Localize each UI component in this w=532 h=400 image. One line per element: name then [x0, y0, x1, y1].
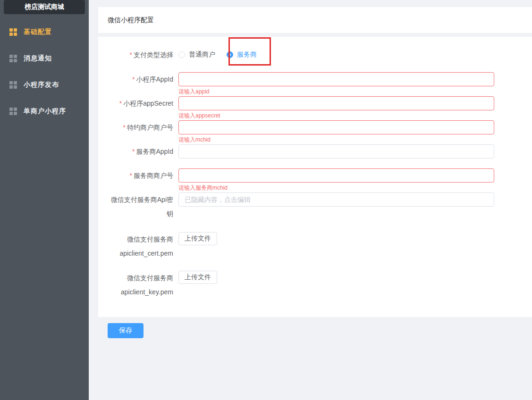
payment-type-radio-group: 普通商户 服务商 [178, 48, 257, 62]
save-button[interactable]: 保存 [108, 323, 144, 338]
required-asterisk: * [123, 124, 126, 131]
mchid-input[interactable] [178, 120, 494, 134]
api-key-input[interactable] [178, 192, 494, 207]
field-label: *支付类型选择 [98, 48, 173, 62]
sp-appid-row: *服务商AppId [98, 144, 523, 158]
appid-row: *小程序AppId 请输入appid [98, 72, 523, 86]
appsecret-input[interactable] [178, 96, 494, 110]
appsecret-row: *小程序appSecret 请输入appsecret [98, 96, 523, 110]
field-label: *服务商商户号 [98, 168, 173, 183]
upload-cert-button[interactable]: 上传文件 [178, 232, 217, 245]
radio-service-provider[interactable]: 服务商 [227, 50, 257, 59]
required-asterisk: * [130, 51, 132, 58]
shop-title: 榜店测试商城 [4, 0, 85, 14]
payment-type-row: *支付类型选择 普通商户 服务商 [98, 48, 523, 62]
sidebar-menu: 基础配置 消息通知 小程序发布 单商户小程序 [0, 19, 89, 125]
page-header: 微信小程序配置 [98, 7, 532, 33]
mchid-row: *特约商户商户号 请输入mchid [98, 120, 523, 134]
field-error: 请输入appsecret [178, 110, 220, 120]
field-label: *服务商AppId [98, 144, 173, 158]
field-error: 请输入服务商mchid [178, 183, 228, 192]
sidebar-item-miniapp-publish[interactable]: 小程序发布 [0, 72, 89, 98]
grid-icon [9, 28, 17, 36]
radio-unchecked-icon [178, 51, 185, 58]
required-asterisk: * [132, 148, 135, 155]
grid-icon [9, 81, 17, 89]
field-label: *特约商户商户号 [98, 120, 173, 134]
field-label: *小程序appSecret [98, 96, 173, 110]
field-error: 请输入appid [178, 86, 209, 96]
radio-label: 普通商户 [189, 50, 215, 59]
sidebar-item-message-notify[interactable]: 消息通知 [0, 45, 89, 72]
radio-normal-merchant[interactable]: 普通商户 [178, 50, 215, 59]
sidebar-item-label: 小程序发布 [24, 81, 59, 89]
sidebar: 榜店测试商城 基础配置 消息通知 小程序发布 单商户小程序 [0, 0, 89, 400]
grid-icon [9, 55, 17, 62]
sidebar-item-label: 消息通知 [24, 54, 52, 63]
upload-cert-row: 微信支付服务商 apiclient_cert.pem 上传文件 [98, 232, 523, 260]
sidebar-item-single-merchant-miniapp[interactable]: 单商户小程序 [0, 98, 89, 125]
api-key-row: 微信支付服务商Api密 钥 [98, 192, 523, 221]
radio-checked-icon [227, 51, 233, 58]
grid-icon [9, 108, 17, 115]
required-asterisk: * [132, 75, 135, 83]
config-form-panel: *支付类型选择 普通商户 服务商 *小程序AppId [98, 37, 532, 317]
field-label: 微信支付服务商Api密 钥 [98, 192, 173, 221]
sp-mchid-row: *服务商商户号 请输入服务商mchid [98, 168, 523, 183]
field-label: 微信支付服务商 apiclient_cert.pem [98, 232, 173, 260]
sidebar-item-label: 单商户小程序 [24, 107, 66, 116]
radio-label: 服务商 [237, 50, 257, 59]
page-title: 微信小程序配置 [108, 16, 154, 25]
main-content: 微信小程序配置 *支付类型选择 普通商户 服务商 [89, 0, 532, 400]
sidebar-item-basic-config[interactable]: 基础配置 [0, 19, 89, 45]
required-asterisk: * [130, 172, 132, 179]
upload-key-button[interactable]: 上传文件 [178, 271, 217, 284]
field-label: *小程序AppId [98, 72, 173, 86]
appid-input[interactable] [178, 72, 494, 86]
sidebar-item-label: 基础配置 [24, 28, 52, 36]
upload-key-row: 微信支付服务商 apiclient_key.pem 上传文件 [98, 271, 523, 299]
required-asterisk: * [119, 100, 122, 107]
sp-mchid-input[interactable] [178, 168, 494, 183]
sp-appid-input[interactable] [178, 144, 494, 158]
field-label: 微信支付服务商 apiclient_key.pem [98, 271, 173, 299]
field-error: 请输入mchid [178, 134, 211, 144]
